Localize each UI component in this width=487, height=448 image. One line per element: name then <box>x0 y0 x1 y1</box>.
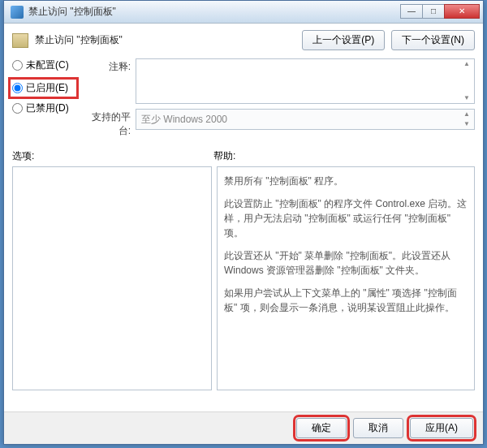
platform-row: 支持的平台: 至少 Windows 2000 ▲ ▼ <box>87 109 475 138</box>
panels-row: 禁用所有 "控制面板" 程序。 此设置防止 "控制面板" 的程序文件 Contr… <box>12 166 475 390</box>
radio-enabled[interactable]: 已启用(E) <box>12 81 75 95</box>
comment-label: 注释: <box>87 58 136 104</box>
radio-enabled-label: 已启用(E) <box>26 81 68 95</box>
platform-label: 支持的平台: <box>87 109 136 138</box>
help-text: 如果用户尝试从上下文菜单上的 "属性" 项选择 "控制面板" 项，则会显示一条消… <box>224 286 468 315</box>
scroll-up-icon[interactable]: ▲ <box>460 60 473 68</box>
help-text: 禁用所有 "控制面板" 程序。 <box>224 174 468 188</box>
content-area: 禁止访问 "控制面板" 上一个设置(P) 下一个设置(N) 未配置(C) 已启用… <box>4 24 483 397</box>
close-button[interactable]: ✕ <box>444 4 480 19</box>
radio-disabled-label: 已禁用(D) <box>26 101 69 115</box>
ok-button[interactable]: 确定 <box>296 418 347 438</box>
radio-not-configured-label: 未配置(C) <box>26 58 69 72</box>
options-label: 选项: <box>12 149 213 163</box>
footer: 确定 取消 应用(A) <box>4 411 483 444</box>
radio-not-configured-input[interactable] <box>12 60 23 71</box>
titlebar-text: 禁止访问 "控制面板" <box>28 5 401 19</box>
previous-setting-button[interactable]: 上一个设置(P) <box>302 30 385 50</box>
radio-not-configured[interactable]: 未配置(C) <box>12 58 79 72</box>
scroll-up-icon[interactable]: ▲ <box>460 110 473 118</box>
platform-field: 至少 Windows 2000 ▲ ▼ <box>136 109 475 130</box>
highlight-enabled: 已启用(E) <box>8 77 79 99</box>
next-setting-button[interactable]: 下一个设置(N) <box>391 30 475 50</box>
scroll-down-icon[interactable]: ▼ <box>460 120 473 128</box>
comment-row: 注释: ▲ ▼ <box>87 58 475 104</box>
maximize-button[interactable]: □ <box>422 4 445 19</box>
options-panel <box>12 166 212 390</box>
radio-column: 未配置(C) 已启用(E) 已禁用(D) <box>12 58 79 143</box>
scroll-down-icon[interactable]: ▼ <box>460 94 473 102</box>
comment-textarea[interactable]: ▲ ▼ <box>136 58 475 104</box>
minimize-button[interactable]: — <box>400 4 423 19</box>
app-icon <box>11 6 24 19</box>
apply-button[interactable]: 应用(A) <box>410 418 473 438</box>
header-row: 禁止访问 "控制面板" 上一个设置(P) 下一个设置(N) <box>12 30 475 50</box>
radio-disabled-input[interactable] <box>12 103 23 114</box>
fields-column: 注释: ▲ ▼ 支持的平台: 至少 Windows 2000 ▲ <box>87 58 475 143</box>
cancel-button[interactable]: 取消 <box>353 418 403 438</box>
policy-title: 禁止访问 "控制面板" <box>35 33 295 47</box>
window-controls: — □ ✕ <box>401 4 480 20</box>
help-text: 此设置防止 "控制面板" 的程序文件 Control.exe 启动。这样，用户无… <box>224 196 468 240</box>
platform-value: 至少 Windows 2000 <box>141 114 227 125</box>
help-panel: 禁用所有 "控制面板" 程序。 此设置防止 "控制面板" 的程序文件 Contr… <box>217 166 475 390</box>
platform-scrollbar[interactable]: ▲ ▼ <box>460 110 473 128</box>
comment-scrollbar[interactable]: ▲ ▼ <box>460 60 473 102</box>
policy-icon <box>12 33 28 48</box>
help-label: 帮助: <box>213 149 235 163</box>
radio-enabled-input[interactable] <box>12 83 23 93</box>
config-area: 未配置(C) 已启用(E) 已禁用(D) 注释: <box>12 58 475 143</box>
dialog-window: 禁止访问 "控制面板" — □ ✕ 禁止访问 "控制面板" 上一个设置(P) 下… <box>3 0 484 445</box>
radio-disabled[interactable]: 已禁用(D) <box>12 101 79 115</box>
panel-labels: 选项: 帮助: <box>12 149 475 163</box>
help-text: 此设置还从 "开始" 菜单删除 "控制面板"。此设置还从 Windows 资源管… <box>224 248 468 278</box>
titlebar: 禁止访问 "控制面板" — □ ✕ <box>4 1 483 24</box>
